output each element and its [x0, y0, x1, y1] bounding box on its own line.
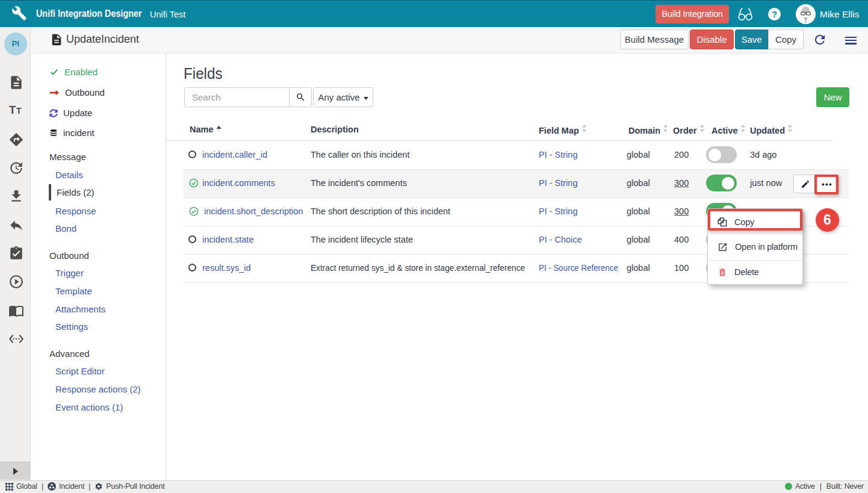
- svg-text:T: T: [9, 104, 16, 116]
- svg-text:T: T: [16, 106, 22, 116]
